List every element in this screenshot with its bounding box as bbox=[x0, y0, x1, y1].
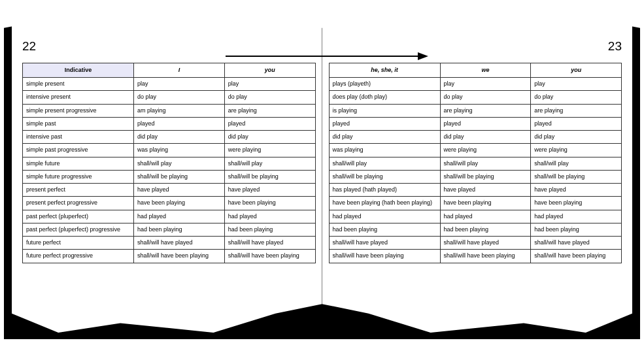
table-row: simple pastplayedplayed bbox=[23, 117, 316, 130]
cell-he: had played bbox=[329, 210, 440, 223]
table-row: playedplayedplayed bbox=[329, 117, 622, 130]
cell-you2: shall/will play bbox=[531, 157, 622, 170]
cell-i: did play bbox=[134, 131, 225, 144]
table-row: shall/will have been playingshall/will h… bbox=[329, 250, 622, 263]
conjugation-table-left: Indicative I you simple presentplayplayi… bbox=[22, 63, 316, 263]
cell-i: shall/will play bbox=[134, 157, 225, 170]
cell-you: shall/will have been playing bbox=[224, 250, 315, 263]
table-row: is playingare playingare playing bbox=[329, 104, 622, 117]
header-you: you bbox=[224, 63, 315, 78]
cell-you: played bbox=[224, 117, 315, 130]
cell-i: shall/will have played bbox=[134, 237, 225, 250]
cell-i: had been playing bbox=[134, 223, 225, 236]
cell-tense: present perfect progressive bbox=[23, 197, 134, 210]
cell-you2: have played bbox=[531, 184, 622, 197]
table-header-row: Indicative I you bbox=[23, 63, 316, 78]
cell-we: were playing bbox=[440, 144, 531, 157]
cell-tense: simple past progressive bbox=[23, 144, 134, 157]
cell-you2: did play bbox=[531, 131, 622, 144]
table-row: does play (doth play)do playdo play bbox=[329, 91, 622, 104]
cell-tense: simple future progressive bbox=[23, 170, 134, 183]
table-row: has played (hath played)have playedhave … bbox=[329, 184, 622, 197]
header-indicative: Indicative bbox=[23, 63, 134, 78]
cell-you2: have been playing bbox=[531, 197, 622, 210]
table-row: was playingwere playingwere playing bbox=[329, 144, 622, 157]
right-page-content: 23 he, she, it we you plays (playeth)pla… bbox=[322, 39, 633, 263]
cell-i: had played bbox=[134, 210, 225, 223]
table-row: past perfect (pluperfect) progressivehad… bbox=[23, 223, 316, 236]
table-row: future perfect progressiveshall/will hav… bbox=[23, 250, 316, 263]
cell-tense: present perfect bbox=[23, 184, 134, 197]
cell-i: played bbox=[134, 117, 225, 130]
cell-he: had been playing bbox=[329, 223, 440, 236]
left-page-content: 22 Indicative I you simple presentplaypl… bbox=[12, 39, 322, 263]
cell-he: shall/will have been playing bbox=[329, 250, 440, 263]
cell-you: are playing bbox=[224, 104, 315, 117]
cell-you2: shall/will have been playing bbox=[531, 250, 622, 263]
table-row: present perfect progressivehave been pla… bbox=[23, 197, 316, 210]
cell-he: have been playing (hath been playing) bbox=[329, 197, 440, 210]
cell-we: played bbox=[440, 117, 531, 130]
cell-tense: past perfect (pluperfect) progressive bbox=[23, 223, 134, 236]
header-i: I bbox=[134, 63, 225, 78]
cell-he: is playing bbox=[329, 104, 440, 117]
cell-you2: play bbox=[531, 78, 622, 91]
cell-we: had been playing bbox=[440, 223, 531, 236]
cell-i: have played bbox=[134, 184, 225, 197]
cell-we: shall/will be playing bbox=[440, 170, 531, 183]
table-row: simple past progressivewas playingwere p… bbox=[23, 144, 316, 157]
cell-you: did play bbox=[224, 131, 315, 144]
cell-i: have been playing bbox=[134, 197, 225, 210]
table-body-left: simple presentplayplayintensive presentd… bbox=[23, 78, 316, 263]
cell-tense: simple future bbox=[23, 157, 134, 170]
cell-we: have played bbox=[440, 184, 531, 197]
cell-he: shall/will be playing bbox=[329, 170, 440, 183]
cell-we: are playing bbox=[440, 104, 531, 117]
cell-he: shall/will have played bbox=[329, 237, 440, 250]
table-row: plays (playeth)playplay bbox=[329, 78, 622, 91]
cell-we: shall/will have played bbox=[440, 237, 531, 250]
cell-you2: played bbox=[531, 117, 622, 130]
cell-i: was playing bbox=[134, 144, 225, 157]
cell-you: shall/will be playing bbox=[224, 170, 315, 183]
book-frame: 22 Indicative I you simple presentplaypl… bbox=[0, 0, 644, 347]
table-header-row: he, she, it we you bbox=[329, 63, 622, 78]
cell-i: am playing bbox=[134, 104, 225, 117]
cell-you2: had been playing bbox=[531, 223, 622, 236]
cell-you: had played bbox=[224, 210, 315, 223]
cell-you: had been playing bbox=[224, 223, 315, 236]
cell-we: had played bbox=[440, 210, 531, 223]
cell-tense: intensive past bbox=[23, 131, 134, 144]
table-row: simple futureshall/will playshall/will p… bbox=[23, 157, 316, 170]
table-row: shall/will playshall/will playshall/will… bbox=[329, 157, 622, 170]
cell-you: were playing bbox=[224, 144, 315, 157]
cell-i: shall/will be playing bbox=[134, 170, 225, 183]
cell-we: do play bbox=[440, 91, 531, 104]
cell-he: has played (hath played) bbox=[329, 184, 440, 197]
header-you-plural: you bbox=[531, 63, 622, 78]
table-row: shall/will have playedshall/will have pl… bbox=[329, 237, 622, 250]
cell-we: play bbox=[440, 78, 531, 91]
header-we: we bbox=[440, 63, 531, 78]
table-row: intensive presentdo playdo play bbox=[23, 91, 316, 104]
cell-he: was playing bbox=[329, 144, 440, 157]
cell-you2: do play bbox=[531, 91, 622, 104]
table-row: did playdid playdid play bbox=[329, 131, 622, 144]
cell-he: played bbox=[329, 117, 440, 130]
cell-you: do play bbox=[224, 91, 315, 104]
cell-tense: intensive present bbox=[23, 91, 134, 104]
cell-tense: future perfect bbox=[23, 237, 134, 250]
cell-i: do play bbox=[134, 91, 225, 104]
cell-tense: future perfect progressive bbox=[23, 250, 134, 263]
cell-you2: shall/will have played bbox=[531, 237, 622, 250]
cell-you: play bbox=[224, 78, 315, 91]
cell-tense: simple past bbox=[23, 117, 134, 130]
table-row: present perfecthave playedhave played bbox=[23, 184, 316, 197]
cell-i: play bbox=[134, 78, 225, 91]
cell-you: have been playing bbox=[224, 197, 315, 210]
cell-we: did play bbox=[440, 131, 531, 144]
conjugation-table-right: he, she, it we you plays (playeth)playpl… bbox=[329, 63, 622, 263]
cell-he: did play bbox=[329, 131, 440, 144]
cell-we: have been playing bbox=[440, 197, 531, 210]
table-row: had playedhad playedhad played bbox=[329, 210, 622, 223]
